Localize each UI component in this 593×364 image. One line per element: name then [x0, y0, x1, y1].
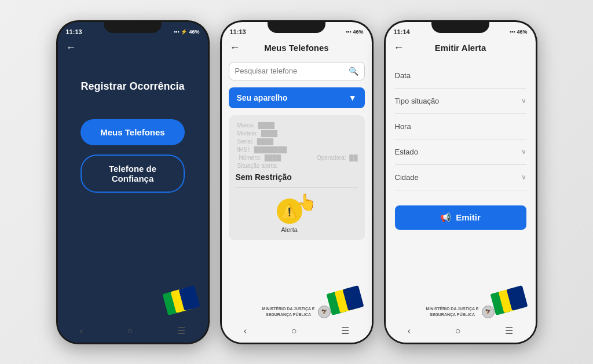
form-field-tipo[interactable]: Tipo situação ∨ [395, 89, 526, 114]
device-modelo-row: Modelo: ████ [236, 130, 358, 137]
device-situacao-row: Situação alerta: [236, 163, 358, 169]
form-label-estado: Estado [395, 148, 418, 156]
emitir-label: Emitir [456, 212, 481, 222]
back-button-2[interactable]: ← [230, 42, 240, 54]
form-field-cidade[interactable]: Cidade ∨ [395, 165, 526, 190]
nav-home-3[interactable]: ○ [455, 326, 461, 336]
marca-label: Marca: [237, 122, 255, 128]
imei-label: IMEI: [237, 146, 251, 153]
cursor-icon: 👆 [296, 193, 317, 233]
time-1: 11:13 [66, 28, 82, 35]
ministry-text-3: MINISTÉRIO DA JUSTIÇA E SEGURANÇA PÚBLIC… [426, 306, 479, 317]
dropdown-label: Seu aparelho [237, 93, 288, 102]
device-serial-row: Serial: ████ [236, 138, 358, 145]
nav-back-2[interactable]: ‹ [244, 326, 247, 336]
device-card: Marca: ████ Modelo: ████ Serial: ████ IM… [229, 115, 365, 240]
notch-2 [268, 20, 325, 33]
alerta-section: ⚠️ Alerta 👆 [236, 187, 358, 233]
back-button-1[interactable]: ← [66, 42, 76, 54]
flag-decoration-1 [165, 285, 200, 314]
time-3: 11:14 [394, 28, 410, 35]
form-label-tipo: Tipo situação [395, 97, 440, 105]
ministry-text-2: MINISTÉRIO DA JUSTIÇA E SEGURANÇA PÚBLIC… [262, 306, 315, 317]
imei-value: ████████ [254, 146, 287, 153]
ministry-line1-2: MINISTÉRIO DA JUSTIÇA E [262, 306, 315, 311]
signal-icon-3: ▪▪▪ [510, 29, 515, 35]
operadora-value: ██ [349, 155, 357, 161]
ministry-line2-3: SEGURANÇA PÚBLICA [426, 312, 479, 317]
emitir-button[interactable]: 📢 Emitir [395, 205, 526, 230]
search-bar: 🔍 [229, 62, 365, 80]
phone1-title: Registrar Ocorrência [80, 80, 184, 93]
device-imei-row: IMEI: ████████ [236, 146, 358, 153]
alerta-label: Alerta [281, 226, 298, 233]
modelo-label: Modelo: [237, 130, 258, 137]
battery-3: 46% [517, 29, 527, 35]
nav-menu-3[interactable]: ☰ [505, 325, 513, 336]
phone-2: 11:13 ▪▪▪ 46% ← Meus Telefones 🔍 Seu apa… [220, 20, 374, 344]
bottom-bar-2: ‹ ○ ☰ [222, 322, 372, 343]
form-label-hora: Hora [395, 122, 526, 131]
form-estado-inner: Estado ∨ [395, 148, 526, 156]
search-icon[interactable]: 🔍 [349, 67, 358, 76]
nav-menu-2[interactable]: ☰ [341, 325, 349, 336]
appbar-title-2: Meus Telefones [240, 43, 353, 53]
battery-2: 46% [353, 29, 363, 35]
form-cidade-inner: Cidade ∨ [395, 173, 526, 182]
nav-back-3[interactable]: ‹ [408, 326, 411, 336]
form-section: Data Tipo situação ∨ Hora Estado [386, 57, 536, 196]
situacao-label: Situação alerta: [237, 163, 278, 169]
serial-value: ████ [257, 138, 273, 145]
status-icons-2: ▪▪▪ 46% [346, 29, 364, 35]
form-label-cidade: Cidade [395, 173, 419, 182]
form-tipo-inner: Tipo situação ∨ [395, 97, 526, 105]
nav-back-1[interactable]: ‹ [80, 326, 83, 336]
nav-menu-1[interactable]: ☰ [177, 325, 185, 336]
appbar-title-3: Emitir Alerta [404, 43, 517, 53]
time-2: 11:13 [230, 28, 246, 35]
serial-label: Serial: [237, 138, 254, 145]
form-field-estado[interactable]: Estado ∨ [395, 139, 526, 165]
ministry-line2-2: SEGURANÇA PÚBLICA [262, 312, 315, 317]
dropdown-selector[interactable]: Seu aparelho ▼ [229, 87, 365, 108]
chevron-down-icon: ▼ [349, 93, 357, 102]
form-field-hora[interactable]: Hora [395, 114, 526, 139]
operadora-section: Operadora: ██ [315, 155, 358, 161]
app-bar-2: ← Meus Telefones [222, 38, 372, 57]
notch-1 [104, 20, 162, 33]
chevron-cidade-icon: ∨ [521, 173, 526, 181]
search-input[interactable] [235, 67, 345, 75]
operadora-label: Operadora: [317, 155, 346, 161]
chevron-estado-icon: ∨ [521, 148, 526, 156]
form-label-data: Data [395, 71, 526, 80]
device-marca-row: Marca: ████ [236, 122, 358, 128]
numero-value: ████ [265, 155, 281, 161]
nav-home-2[interactable]: ○ [291, 326, 297, 336]
signal-icon-1: ▪▪▪ [174, 29, 180, 35]
form-field-data[interactable]: Data [395, 63, 526, 89]
bottom-bar-1: ‹ ○ ☰ [58, 322, 208, 343]
flag-decoration-2 [329, 285, 364, 314]
phone1-content: Registrar Ocorrência Meus Telefones Tele… [58, 57, 208, 322]
alerta-btn-wrap: ⚠️ Alerta 👆 [236, 198, 358, 233]
battery-1: 46% [189, 29, 199, 35]
app-bar-3: ← Emitir Alerta [386, 38, 536, 57]
chevron-tipo-icon: ∨ [521, 97, 526, 105]
phone-1: 11:13 ▪▪▪ ⚡ 46% ← Registrar Ocorrência M… [56, 20, 210, 344]
emitir-icon: 📢 [440, 212, 451, 223]
phones-container: 11:13 ▪▪▪ ⚡ 46% ← Registrar Ocorrência M… [56, 20, 537, 344]
notch-3 [431, 20, 489, 33]
device-numero-row: Número: ████ Operadora: ██ [236, 155, 358, 161]
telefone-confianca-button[interactable]: Telefone de Confiança [80, 155, 185, 193]
bottom-bar-3: ‹ ○ ☰ [386, 322, 536, 343]
phone-3: 11:14 ▪▪▪ 46% ← Emitir Alerta Data [384, 20, 537, 344]
nav-home-1[interactable]: ○ [127, 326, 133, 336]
back-button-3[interactable]: ← [394, 42, 404, 54]
meus-telefones-button[interactable]: Meus Telefones [80, 119, 185, 145]
app-bar-1: ← [58, 38, 208, 57]
numero-section: Número: ████ [237, 155, 281, 161]
ministry-line1-3: MINISTÉRIO DA JUSTIÇA E [426, 306, 479, 311]
modelo-value: ████ [261, 130, 277, 137]
status-icons-3: ▪▪▪ 46% [510, 29, 528, 35]
numero-label: Número: [239, 155, 261, 161]
